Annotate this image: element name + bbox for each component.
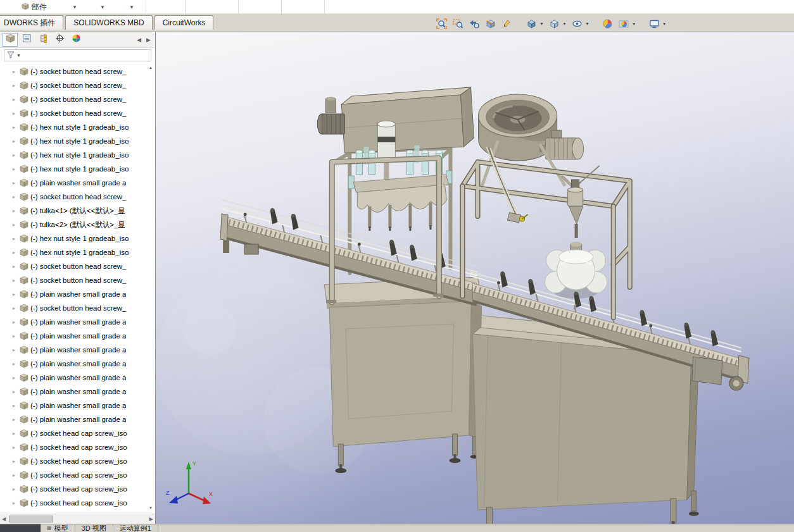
tree-item[interactable]: ▸ (-) socket button head screw_ [0, 259, 155, 273]
previous-view-icon[interactable] [469, 18, 481, 30]
hide-show-items-icon[interactable] [571, 18, 583, 30]
tree-item[interactable]: ▸ (-) socket button head screw_ [0, 78, 155, 92]
hide-show-items-caret-icon[interactable]: ▼ [585, 22, 589, 26]
display-style-icon[interactable] [548, 18, 560, 30]
tree-item[interactable]: ▸ (-) socket head cap screw_iso [0, 468, 155, 482]
expand-arrow-icon[interactable]: ▸ [10, 152, 18, 158]
expand-arrow-icon[interactable]: ▸ [10, 180, 18, 186]
display-style-caret-icon[interactable]: ▼ [562, 22, 567, 26]
tree-item[interactable]: ▸ (-) plain washer small grade a [0, 399, 155, 412]
expand-arrow-icon[interactable]: ▸ [10, 500, 18, 506]
expand-arrow-icon[interactable]: ▸ [10, 375, 18, 381]
expand-arrow-icon[interactable]: ▸ [10, 292, 18, 297]
tree-item[interactable]: ▸ (-) socket head cap screw_iso [0, 426, 155, 440]
tree-item[interactable]: ▸ (-) socket head cap screw_iso [0, 454, 155, 468]
tree-item[interactable]: ▸ (-) plain washer small grade a [0, 385, 155, 399]
tab-dimxpertmanager[interactable] [52, 33, 67, 47]
graphics-area[interactable]: Y X Z [156, 32, 794, 524]
tree-item[interactable]: ▸ (-) tulka<2> (默认<<默认>_显 [0, 218, 155, 232]
tab-motion-study[interactable]: 运动算例1 [113, 524, 158, 532]
expand-arrow-icon[interactable]: ▸ [10, 222, 18, 228]
apply-scene-caret-icon[interactable]: ▼ [632, 22, 636, 26]
panel-tabs-right-arrow[interactable]: ▶ [144, 37, 153, 43]
tree-item[interactable]: ▸ (-) plain washer small grade a [0, 315, 155, 329]
expand-arrow-icon[interactable]: ▸ [10, 250, 18, 256]
ribbon-tab-solidworks-addins[interactable]: DWORKS 插件 [0, 15, 63, 30]
ribbon-tab-circuitworks[interactable]: CircuitWorks [154, 15, 214, 30]
motionmanager-toggle[interactable] [0, 524, 41, 532]
tree-item[interactable]: ▸ (-) hex nut style 1 gradeab_iso [0, 148, 155, 162]
tree-item[interactable]: ▸ (-) socket button head screw_ [0, 65, 155, 78]
tree-item[interactable]: ▸ (-) plain washer small grade a [0, 371, 155, 385]
tree-scroll-down-icon[interactable]: ▼ [149, 506, 153, 510]
drawing-view-icon[interactable] [501, 18, 514, 30]
tree-item[interactable]: ▸ (-) socket head cap screw_iso [0, 496, 155, 510]
expand-arrow-icon[interactable]: ▸ [10, 125, 18, 130]
expand-arrow-icon[interactable]: ▸ [10, 417, 18, 423]
tab-3d-views[interactable]: 3D 视图 [75, 524, 113, 532]
tab-model[interactable]: ▦ 模型 [41, 524, 75, 532]
tree-item[interactable]: ▸ (-) plain washer small grade a [0, 357, 155, 371]
capping-frame[interactable] [462, 162, 629, 287]
expand-arrow-icon[interactable]: ▸ [10, 166, 18, 172]
expand-arrow-icon[interactable]: ▸ [10, 278, 18, 283]
scroll-right-arrow-icon[interactable]: ▶ [149, 516, 153, 522]
expand-arrow-icon[interactable]: ▸ [10, 473, 18, 478]
tab-featuremanager[interactable] [3, 33, 18, 47]
expand-arrow-icon[interactable]: ▸ [10, 403, 18, 409]
expand-arrow-icon[interactable]: ▸ [10, 333, 18, 339]
tree-item[interactable]: ▸ (-) hex nut style 1 gradeab_iso [0, 162, 155, 176]
expand-arrow-icon[interactable]: ▸ [10, 69, 18, 75]
tree-item[interactable]: ▸ (-) hex nut style 1 gradeab_iso [0, 120, 155, 134]
expand-arrow-icon[interactable]: ▸ [10, 236, 18, 242]
ribbon-tab-solidworks-mbd[interactable]: SOLIDWORKS MBD [65, 15, 152, 30]
tree-item[interactable]: ▸ (-) socket button head screw_ [0, 106, 155, 120]
tree-filter-input[interactable]: ▼ [4, 49, 151, 61]
component-button[interactable]: 部件 [22, 2, 47, 13]
tree-item[interactable]: ▸ (-) plain washer small grade a [0, 343, 155, 357]
zoom-area-icon[interactable] [452, 18, 464, 30]
scrollbar-thumb[interactable] [9, 516, 53, 523]
expand-arrow-icon[interactable]: ▸ [10, 389, 18, 395]
toolbar-dropdown-caret-icon[interactable]: ▼ [129, 4, 134, 10]
expand-arrow-icon[interactable]: ▸ [10, 459, 18, 464]
expand-arrow-icon[interactable]: ▸ [10, 194, 18, 200]
tree-item[interactable]: ▸ (-) tulka<1> (默认<<默认>_显 [0, 204, 155, 218]
view-settings-icon[interactable] [648, 18, 660, 30]
view-orientation-caret-icon[interactable]: ▼ [539, 22, 544, 26]
filling-head-box[interactable] [341, 87, 474, 153]
section-view-icon[interactable] [485, 18, 497, 30]
expand-arrow-icon[interactable]: ▸ [10, 264, 18, 269]
filter-dropdown-caret-icon[interactable]: ▼ [16, 53, 21, 58]
machine-model[interactable] [156, 32, 794, 524]
edit-appearance-icon[interactable] [602, 18, 614, 30]
tree-item[interactable]: ▸ (-) socket head cap screw_iso [0, 482, 155, 496]
tree-item[interactable]: ▸ (-) plain washer small grade a [0, 287, 155, 301]
toolbar-dropdown-caret-icon[interactable]: ▼ [72, 4, 77, 10]
view-settings-caret-icon[interactable]: ▼ [662, 22, 667, 26]
expand-arrow-icon[interactable]: ▸ [10, 83, 18, 89]
tree-item[interactable]: ▸ (-) hex nut style 1 gradeab_iso [0, 232, 155, 245]
expand-arrow-icon[interactable]: ▸ [10, 431, 18, 436]
expand-arrow-icon[interactable]: ▸ [10, 347, 18, 353]
expand-arrow-icon[interactable]: ▸ [10, 111, 18, 116]
tab-propertymanager[interactable] [19, 33, 34, 47]
zoom-fit-icon[interactable] [436, 18, 448, 30]
toolbar-dropdown-caret-icon[interactable]: ▼ [100, 4, 105, 10]
expand-arrow-icon[interactable]: ▸ [10, 139, 18, 144]
tree-item[interactable]: ▸ (-) socket button head screw_ [0, 301, 155, 315]
tree-item[interactable]: ▸ (-) socket head cap screw_iso [0, 440, 155, 454]
tree-item[interactable]: ▸ (-) socket button head screw_ [0, 190, 155, 204]
tree-horizontal-scrollbar[interactable]: ◀ ▶ [0, 514, 155, 524]
tree-item[interactable]: ▸ (-) plain washer small grade a [0, 176, 155, 190]
expand-arrow-icon[interactable]: ▸ [10, 361, 18, 367]
expand-arrow-icon[interactable]: ▸ [10, 319, 18, 325]
expand-arrow-icon[interactable]: ▸ [10, 486, 18, 492]
scroll-left-arrow-icon[interactable]: ◀ [2, 516, 6, 522]
apply-scene-icon[interactable] [618, 18, 630, 30]
tree-item[interactable]: ▸ (-) plain washer small grade a [0, 412, 155, 426]
expand-arrow-icon[interactable]: ▸ [10, 97, 18, 102]
tab-displaymanager[interactable] [68, 33, 84, 47]
expand-arrow-icon[interactable]: ▸ [10, 445, 18, 450]
tree-item[interactable]: ▸ (-) plain washer small grade a [0, 329, 155, 343]
